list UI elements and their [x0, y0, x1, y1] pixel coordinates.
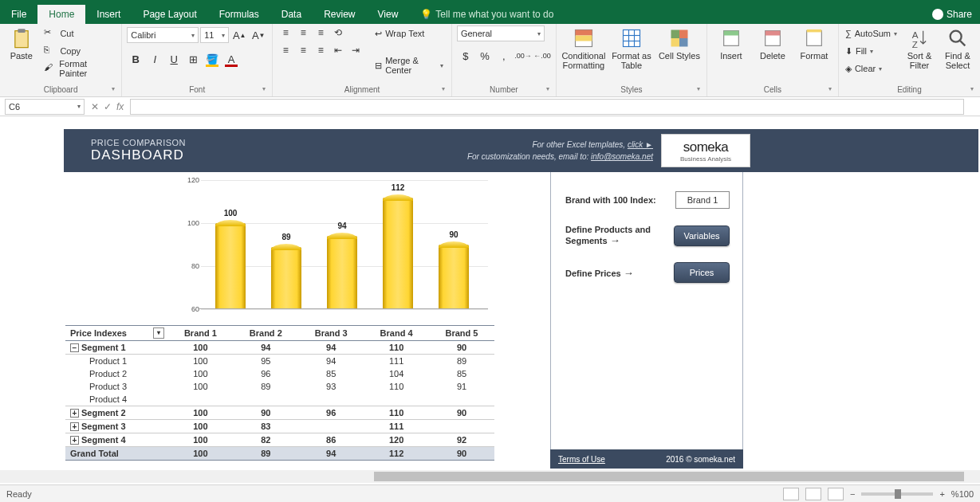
price-index-chart: 6080100120 100899411290	[201, 180, 488, 324]
format-as-table-button[interactable]: Format as Table	[609, 25, 654, 70]
font-color-button[interactable]: A	[222, 51, 240, 67]
horizontal-scrollbar[interactable]	[0, 470, 980, 483]
tab-file[interactable]: File	[0, 5, 37, 24]
page-layout-view-button[interactable]	[805, 488, 821, 500]
tell-me-label: Tell me what you want to do	[435, 9, 553, 20]
email-link[interactable]: info@someka.net	[591, 152, 653, 161]
terms-link[interactable]: Terms of Use	[558, 455, 605, 464]
someka-logo[interactable]: someka Business Analysis	[661, 134, 750, 167]
increase-decimal-button[interactable]: .00→	[514, 48, 532, 64]
table-header: Price Indexes▾	[65, 326, 167, 341]
prices-button[interactable]: Prices	[674, 262, 730, 283]
copy-icon: ⎘	[44, 45, 57, 57]
tab-formulas[interactable]: Formulas	[208, 5, 270, 24]
italic-button[interactable]: I	[146, 51, 163, 67]
table-row: −Segment 1100949411090	[65, 341, 494, 355]
merge-center-button[interactable]: ⊟Merge & Center▾	[372, 57, 447, 73]
normal-view-button[interactable]	[783, 488, 799, 500]
wrap-text-button[interactable]: ↩Wrap Text	[372, 25, 447, 41]
insert-cells-button[interactable]: Insert	[712, 25, 750, 61]
align-top-button[interactable]: ≡	[277, 25, 293, 40]
arrow-right-icon: →	[624, 267, 634, 279]
cut-button[interactable]: ✂Cut	[41, 25, 116, 41]
font-size-combo[interactable]: 11▾	[200, 27, 229, 43]
share-button[interactable]: Share	[932, 9, 972, 20]
worksheet[interactable]: PRICE COMPARISON DASHBOARD For other Exc…	[0, 116, 980, 483]
tab-data[interactable]: Data	[270, 5, 313, 24]
name-box[interactable]: C6▾	[5, 99, 85, 115]
align-center-button[interactable]: ≡	[295, 43, 311, 57]
font-name-combo[interactable]: Calibri▾	[127, 27, 199, 43]
tab-home[interactable]: Home	[37, 5, 85, 24]
define-products-label: Define Products and Segments →	[565, 225, 667, 246]
table-cell: 85	[429, 367, 494, 380]
copy-label: Copy	[60, 46, 81, 56]
cancel-formula-icon[interactable]: ✕	[91, 101, 99, 112]
scroll-thumb[interactable]	[374, 472, 964, 481]
zoom-level[interactable]: %100	[951, 489, 974, 499]
border-button[interactable]: ⊞	[184, 51, 202, 67]
formula-input[interactable]	[130, 99, 964, 115]
conditional-formatting-button[interactable]: Conditional Formatting	[561, 25, 606, 70]
table-cell: 90	[429, 447, 494, 461]
cell-styles-button[interactable]: Cell Styles	[657, 25, 702, 61]
format-cells-button[interactable]: Format	[795, 25, 833, 61]
tell-me-input[interactable]: 💡 Tell me what you want to do	[409, 9, 565, 20]
row-label: Product 2	[65, 367, 167, 380]
number-format-combo[interactable]: General▾	[457, 25, 545, 41]
comma-button[interactable]: ,	[495, 48, 513, 64]
expand-toggle[interactable]: +	[70, 422, 79, 431]
bar-label: 89	[271, 233, 301, 241]
align-middle-button[interactable]: ≡	[295, 25, 311, 40]
enter-formula-icon[interactable]: ✓	[104, 101, 112, 112]
tab-insert[interactable]: Insert	[85, 5, 132, 24]
align-bottom-button[interactable]: ≡	[313, 25, 329, 40]
fill-color-button[interactable]: 🪣	[203, 51, 221, 67]
currency-button[interactable]: $	[457, 48, 474, 64]
decrease-font-button[interactable]: A▼	[250, 27, 267, 43]
expand-toggle[interactable]: +	[70, 436, 79, 445]
zoom-thumb[interactable]	[895, 489, 901, 499]
autosum-button[interactable]: ∑AutoSum▾	[844, 25, 899, 41]
page-break-view-button[interactable]	[828, 488, 844, 500]
copy-button[interactable]: ⎘Copy	[41, 43, 116, 59]
filter-icon[interactable]: ▾	[153, 327, 164, 339]
status-ready: Ready	[6, 489, 32, 499]
table-cell: 96	[233, 367, 298, 380]
svg-rect-18	[807, 31, 822, 46]
delete-cells-button[interactable]: Delete	[754, 25, 792, 61]
variables-button[interactable]: Variables	[674, 226, 730, 246]
fx-icon[interactable]: fx	[116, 101, 124, 112]
align-left-button[interactable]: ≡	[277, 43, 293, 57]
zoom-in-button[interactable]: +	[939, 489, 944, 499]
paste-button[interactable]: Paste	[5, 25, 37, 61]
brand-index-select[interactable]: Brand 1	[675, 191, 730, 209]
tab-view[interactable]: View	[367, 5, 410, 24]
bold-button[interactable]: B	[127, 51, 144, 67]
fill-button[interactable]: ⬇Fill▾	[844, 43, 899, 59]
zoom-out-button[interactable]: −	[850, 489, 855, 499]
chevron-down-icon: ▾	[191, 32, 195, 39]
clear-button[interactable]: ◈Clear▾	[844, 61, 899, 76]
table-cell: 94	[298, 447, 364, 461]
percent-button[interactable]: %	[476, 48, 494, 64]
expand-toggle[interactable]: +	[70, 409, 79, 418]
decrease-indent-button[interactable]: ⇤	[330, 43, 346, 57]
sort-filter-button[interactable]: AZSort & Filter	[902, 25, 937, 70]
share-icon	[932, 9, 943, 20]
increase-font-button[interactable]: A▲	[230, 27, 248, 43]
expand-toggle[interactable]: −	[70, 343, 79, 352]
tab-review[interactable]: Review	[313, 5, 366, 24]
zoom-slider[interactable]	[861, 492, 933, 496]
tab-page-layout[interactable]: Page Layout	[132, 5, 207, 24]
templates-link[interactable]: click ►	[628, 140, 653, 149]
orientation-button[interactable]: ⟲	[330, 25, 346, 40]
table-cell: 89	[429, 355, 494, 368]
format-painter-button[interactable]: 🖌Format Painter	[41, 61, 116, 76]
align-right-button[interactable]: ≡	[313, 43, 329, 57]
underline-button[interactable]: U	[165, 51, 183, 67]
find-select-button[interactable]: Find & Select	[940, 25, 975, 70]
decrease-decimal-button[interactable]: ←.00	[533, 48, 551, 64]
table-row: Grand Total100899411290	[65, 447, 494, 461]
increase-indent-button[interactable]: ⇥	[348, 43, 364, 57]
